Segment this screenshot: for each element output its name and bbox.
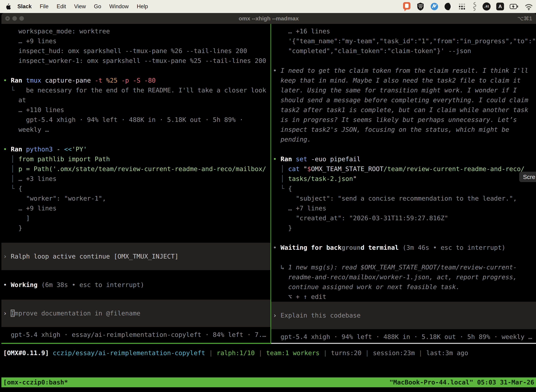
terminal-line: │ from pathlib import Path — [3, 154, 270, 164]
terminal-line: readme-and-reco/mailbox/worker-1.json, a… — [273, 272, 536, 282]
blank-line — [3, 290, 270, 300]
omx-status-line: [OMX#0.11.9] cczip/essay/ai-reimplementa… — [1, 344, 536, 378]
menu-item-window[interactable]: Window — [105, 3, 133, 9]
omx-status-row: [OMX#0.11.9] cczip/essay/ai-reimplementa… — [3, 348, 536, 358]
apple-menu-icon[interactable] — [5, 3, 11, 10]
terminal-line: "completed","claim_token":"claim-token"}… — [273, 46, 536, 56]
blank-line — [273, 233, 536, 243]
terminal-line: › Explain this codebase — [273, 311, 536, 320]
menu-status-icons: ..61 A — [403, 2, 536, 11]
input-band[interactable]: › Explain this codebase — [271, 302, 536, 329]
menu-item-edit[interactable]: Edit — [53, 3, 70, 9]
terminal-line: … +9 lines — [3, 203, 270, 213]
terminal-window: omx --xhigh --madmax ⌥⌘1 workspace_mode:… — [1, 13, 536, 392]
terminal-line: "subject": "send a concise recommendatio… — [273, 194, 536, 203]
terminal-line: │ cat "$OMX_TEAM_STATE_ROOT/team/review-… — [273, 164, 536, 174]
terminal-line: │ p = Path('.omx/state/team/review-curre… — [3, 164, 270, 174]
terminal-line: "created_at": "2026-03-31T11:59:27.816Z" — [273, 213, 536, 223]
blank-line — [3, 233, 270, 243]
terminal-line: … +16 lines — [273, 26, 536, 36]
terminal-line: is in progress? It seems likely but perh… — [273, 115, 536, 125]
terminal-line: keep that in mind. Maybe I also need the… — [273, 75, 536, 85]
terminal-line: … +110 lines — [3, 105, 270, 115]
blank-line — [3, 270, 270, 280]
shield-grid-icon[interactable] — [416, 2, 425, 11]
terminal-line: ↳ 1 new msg(s): read $OMX_TEAM_STATE_ROO… — [273, 262, 536, 272]
terminal-line: later. Using the same for transition mig… — [273, 85, 536, 95]
wifi-icon[interactable] — [524, 3, 533, 10]
terminal-line: } — [273, 223, 536, 233]
terminal-line: … +7 lines — [273, 203, 536, 213]
menu-left: SlackFileEditViewGoWindowHelp — [0, 3, 152, 10]
terminal-line: "worker": "worker-1", — [3, 194, 270, 203]
pane-status-line: gpt-5.4 xhigh · essay/ai-reimplementatio… — [3, 330, 270, 340]
blank-line — [273, 56, 536, 66]
menu-item-slack[interactable]: Slack — [13, 3, 36, 9]
terminal-line: '{"team_name":"my-team","task_id":"1","f… — [273, 36, 536, 46]
right-pane[interactable]: … +16 lines '{"team_name":"my-team","tas… — [271, 24, 536, 343]
input-source-icon[interactable]: A — [496, 3, 504, 10]
active-pane-border — [1, 343, 271, 344]
terminal-line: should send a message before completing … — [273, 95, 536, 105]
left-pane[interactable]: workspace_mode: worktree … +9 lines insp… — [1, 24, 270, 343]
menu-item-help[interactable]: Help — [133, 3, 152, 9]
menu-item-file[interactable]: File — [36, 3, 53, 9]
terminal-line: › Ralph loop active continue [OMX_TMUX_I… — [3, 252, 270, 261]
menu-bar: SlackFileEditViewGoWindowHelp — [0, 0, 536, 13]
pane-bottom-border — [1, 343, 536, 344]
app-menus: SlackFileEditViewGoWindowHelp — [13, 3, 152, 10]
inactive-pane-border — [271, 343, 536, 344]
terminal-line: │ tasks/task-2.json" — [273, 174, 536, 184]
blank-line — [3, 135, 270, 144]
terminal-line: continue assigned work or next feasible … — [273, 282, 536, 292]
terminal-line: weekly … — [3, 125, 270, 135]
tmux-host-time: "MacBook-Pro-44.local" 05:03 31-Mar-26 — [389, 378, 534, 387]
verified-badge-icon[interactable] — [430, 2, 439, 11]
terminal-line: workspace_mode: worktree — [3, 26, 270, 36]
input-band[interactable]: › Improve documentation in @filename — [1, 300, 270, 327]
blank-line — [273, 252, 536, 262]
terminal-line: ⌥ + ↑ edit — [273, 292, 536, 302]
terminal-line: └ be necessary for the end of the README… — [3, 85, 270, 95]
terminal-line: • Working (6m 38s • esc to interrupt) — [3, 280, 270, 290]
terminal-line: └ { — [3, 184, 270, 194]
screen-tooltip: Scre — [519, 172, 536, 182]
chat-icon[interactable] — [403, 2, 411, 11]
tmux-status-bar: [omx-cczip0:bash* "MacBook-Pro-44.local"… — [1, 378, 536, 387]
terminal-line: inspect task2's JSON, focusing on the st… — [273, 125, 536, 135]
terminal-line: └ { — [273, 184, 536, 194]
terminal-line: pending. — [273, 135, 536, 144]
terminal-line: • Ran tmux capture-pane -t %25 -p -S -80 — [3, 75, 270, 85]
squiggle-icon[interactable] — [472, 2, 477, 11]
battery-charging-icon[interactable] — [510, 2, 519, 10]
battery-percent-icon[interactable]: ..61 — [483, 2, 491, 10]
terminal-line: ] — [3, 213, 270, 223]
terminal-line: … +9 lines — [3, 36, 270, 46]
terminal-line: inspect_hud: omx sparkshell --tmux-pane … — [3, 46, 270, 56]
window-titlebar[interactable]: omx --xhigh --madmax ⌥⌘1 — [1, 13, 536, 24]
window-shortcut-hint: ⌥⌘1 — [517, 15, 532, 22]
terminal-line: task2 after task1 is complete, but can I… — [273, 105, 536, 115]
input-band[interactable]: › Ralph loop active continue [OMX_TMUX_I… — [1, 243, 270, 270]
terminal-line: at — [3, 95, 270, 105]
menu-item-view[interactable]: View — [70, 3, 90, 9]
pane-status-line: gpt-5.4 xhigh · 94% left · 488K in · 5.1… — [273, 332, 536, 342]
terminal-line: • Ran set -euo pipefail — [273, 154, 536, 164]
window-title: omx --xhigh --madmax — [1, 15, 536, 22]
terminal-line: • Waiting for background terminal (3m 46… — [273, 243, 536, 252]
blank-line — [273, 144, 536, 154]
terminal-line: inspect_worker-1: omx sparkshell --tmux-… — [3, 56, 270, 66]
dots-grid-icon[interactable] — [458, 2, 466, 10]
blank-line — [3, 66, 270, 75]
terminal-line: │ … +3 lines — [3, 174, 270, 184]
terminal-area: workspace_mode: worktree … +9 lines insp… — [1, 24, 536, 392]
terminal-line: • I need to get the claim token from the… — [273, 66, 536, 75]
tmux-session-label: [omx-cczip0:bash* — [3, 378, 68, 387]
moon-circle-icon[interactable] — [444, 2, 452, 10]
terminal-line: } — [3, 223, 270, 233]
terminal-line: gpt-5.4 xhigh · 94% left · 488K in · 5.1… — [3, 115, 270, 125]
terminal-line: › Improve documentation in @filename — [3, 308, 270, 318]
terminal-line: • Ran python3 - <<'PY' — [3, 144, 270, 154]
menu-item-go[interactable]: Go — [90, 3, 105, 9]
